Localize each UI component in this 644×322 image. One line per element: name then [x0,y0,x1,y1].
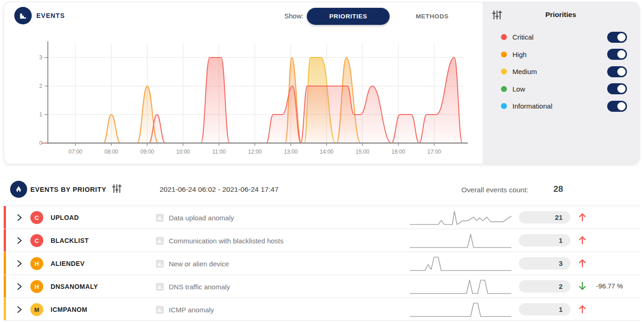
overall-events-count-value: 28 [553,184,563,194]
expand-chevron-icon[interactable] [16,282,23,293]
mini-chart-icon [156,214,164,222]
event-description: New or alien device [169,260,229,268]
legend-item-medium: Medium [483,63,639,80]
event-type-name: ALIENDEV [51,260,85,267]
trend-down-icon [578,281,587,293]
table-row-icmpanom[interactable]: MICMPANOMICMP anomaly1 [4,298,640,321]
priority-toggle[interactable] [607,83,627,94]
event-type-name: UPLOAD [51,214,79,221]
tab-priorities[interactable]: PRIORITIES [307,8,390,25]
events-by-priority-filter-icon[interactable] [112,184,122,196]
priorities-legend-panel: Priorities CriticalHighMediumLowInformat… [483,2,639,164]
table-row-upload[interactable]: CUPLOADData upload anomaly21 [4,206,640,229]
svg-text:0: 0 [39,140,42,146]
priority-toggle[interactable] [607,101,627,112]
svg-text:09:00: 09:00 [140,149,154,155]
expand-chevron-icon[interactable] [16,259,23,270]
priority-toggle[interactable] [607,66,627,77]
svg-text:12:00: 12:00 [248,149,262,155]
expand-chevron-icon[interactable] [16,305,23,316]
event-sparkline [410,254,512,273]
series-area-critical [41,58,462,143]
svg-text:07:00: 07:00 [69,149,82,155]
events-by-priority-title: EVENTS BY PRIORITY [30,186,106,193]
priority-badge: H [30,280,43,293]
priority-label: High [512,51,527,58]
legend-item-informational: Informational [483,98,639,115]
mini-chart-icon [156,260,164,268]
priority-toggle[interactable] [607,49,627,60]
mini-chart-icon [156,237,164,245]
event-type-name: DNSANOMALY [51,283,98,290]
event-count-badge: 21 [519,211,570,224]
toggle-knob [617,85,626,93]
mini-chart-icon [156,306,164,314]
priority-dot [501,86,507,92]
overall-events-count-label: Overall events count: [461,186,529,194]
date-range: 2021-06-24 06:02 - 2021-06-24 17:47 [160,185,279,194]
svg-text:2: 2 [39,83,42,89]
toggle-knob [617,68,626,76]
tab-methods[interactable]: METHODS [399,8,466,25]
event-sparkline [410,208,512,227]
mini-chart-icon [156,283,164,291]
svg-text:08:00: 08:00 [104,149,118,155]
priority-toggle[interactable] [607,32,627,43]
svg-text:17:00: 17:00 [427,149,441,155]
priority-dot [501,103,507,109]
toggle-knob [617,33,626,41]
toggle-knob [617,50,626,58]
event-description: DNS traffic anomaly [169,283,230,291]
table-row-aliendev[interactable]: HALIENDEVNew or alien device3 [4,252,640,275]
event-type-name: BLACKLIST [51,237,89,244]
event-sparkline [410,231,512,250]
trend-up-icon [578,258,587,270]
expand-chevron-icon[interactable] [16,213,23,224]
events-card-header: EVENTS Show: PRIORITIES METHODS [4,2,483,30]
events-time-chart[interactable]: 012307:0008:0009:0010:0011:0012:0013:001… [23,39,485,163]
show-label: Show: [284,12,304,20]
event-description: Communication with blacklisted hosts [169,237,283,245]
expand-chevron-icon[interactable] [16,236,23,247]
table-row-blacklist[interactable]: CBLACKLISTCommunication with blacklisted… [4,229,640,252]
priority-label: Low [512,85,525,93]
events-chart-card: EVENTS Show: PRIORITIES METHODS 012307:0… [4,2,639,164]
trend-up-icon [578,212,587,224]
event-sparkline [410,300,512,319]
priority-badge: M [30,303,43,316]
legend-item-low: Low [483,80,639,98]
event-type-name: ICMPANOM [51,306,87,313]
event-sparkline [410,277,512,296]
trend-up-icon [578,304,587,316]
event-description: Data upload anomaly [169,214,234,222]
svg-text:16:00: 16:00 [391,149,405,155]
table-row-dnsanomaly[interactable]: HDNSANOMALYDNS traffic anomaly2-96.77 % [4,275,640,298]
legend-item-high: High [483,46,639,63]
svg-text:3: 3 [39,54,42,61]
event-count-badge: 1 [519,234,570,247]
legend-item-critical: Critical [483,29,639,46]
priority-label: Medium [512,68,537,75]
events-chart-icon [14,7,32,24]
priority-label: Critical [512,33,534,41]
svg-text:1: 1 [39,111,42,118]
priority-dot [501,34,507,40]
priority-dot [501,69,507,75]
svg-text:15:00: 15:00 [356,149,369,155]
svg-text:11:00: 11:00 [212,149,225,155]
svg-text:14:00: 14:00 [320,149,334,155]
legend-items: CriticalHighMediumLowInformational [483,29,639,115]
legend-title: Priorities [483,11,639,19]
event-count-badge: 2 [519,280,570,293]
priority-badge: H [30,257,43,270]
event-count-badge: 1 [519,303,570,316]
priority-dot [501,52,507,58]
toggle-knob [617,102,626,110]
event-count-badge: 3 [519,257,570,270]
svg-text:10:00: 10:00 [176,149,190,155]
priority-badge: C [30,234,43,247]
priority-badge: C [30,211,43,224]
priority-label: Informational [512,102,552,110]
svg-text:13:00: 13:00 [284,149,298,155]
events-by-priority-flame-icon [10,181,27,198]
